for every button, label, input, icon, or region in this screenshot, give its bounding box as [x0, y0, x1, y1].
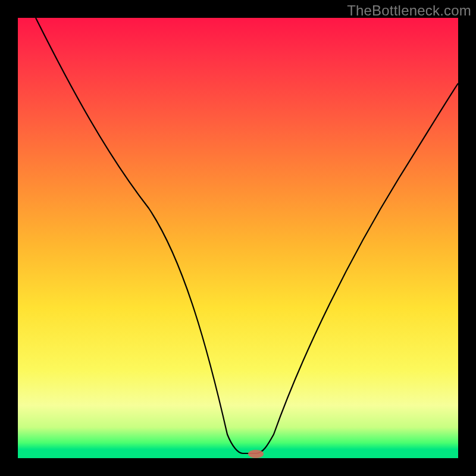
curve-svg	[18, 18, 458, 458]
watermark-text: TheBottleneck.com	[347, 2, 471, 19]
bottleneck-curve	[36, 18, 458, 453]
chart-root: TheBottleneck.com	[0, 0, 476, 476]
plot-area	[18, 18, 458, 458]
min-marker	[248, 450, 264, 458]
